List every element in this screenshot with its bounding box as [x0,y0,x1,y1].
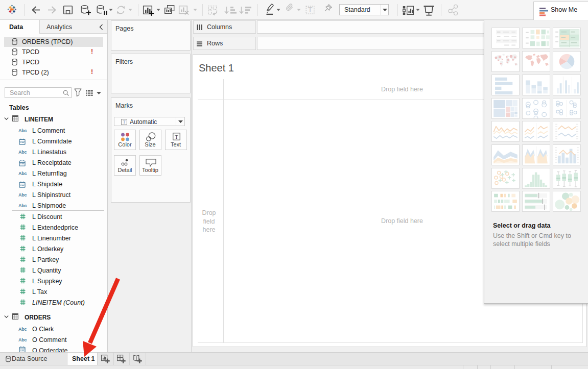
svg-text:T: T [308,6,313,14]
svg-text:T: T [175,134,178,140]
svg-text:T: T [123,119,126,125]
